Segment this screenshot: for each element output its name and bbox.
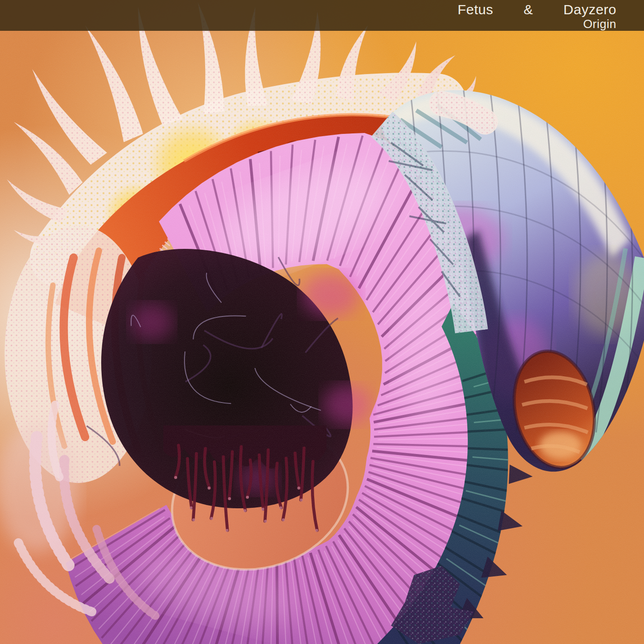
artist-name-right: Dayzero	[564, 2, 616, 17]
title-block: Fetus & Dayzero Origin	[458, 0, 616, 31]
grain-dark	[0, 0, 644, 644]
cover-artwork	[0, 0, 644, 644]
artist-separator: &	[523, 2, 533, 17]
title-bar: Fetus & Dayzero Origin	[0, 0, 644, 31]
artist-name-left: Fetus	[458, 2, 494, 17]
artist-line: Fetus & Dayzero	[458, 2, 616, 17]
grain-overlay	[0, 0, 644, 644]
album-cover: Fetus & Dayzero Origin	[0, 0, 644, 644]
release-title: Origin	[458, 18, 616, 30]
